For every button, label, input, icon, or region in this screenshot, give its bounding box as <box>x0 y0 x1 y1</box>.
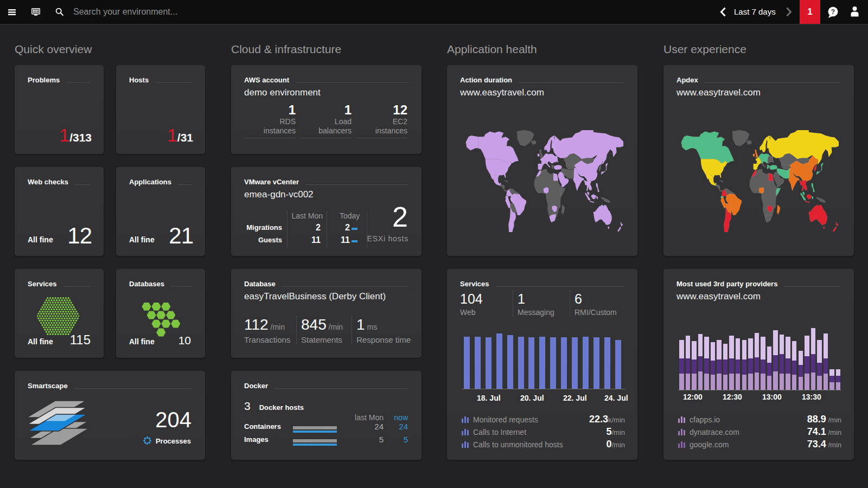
svg-text:?: ? <box>831 8 835 16</box>
